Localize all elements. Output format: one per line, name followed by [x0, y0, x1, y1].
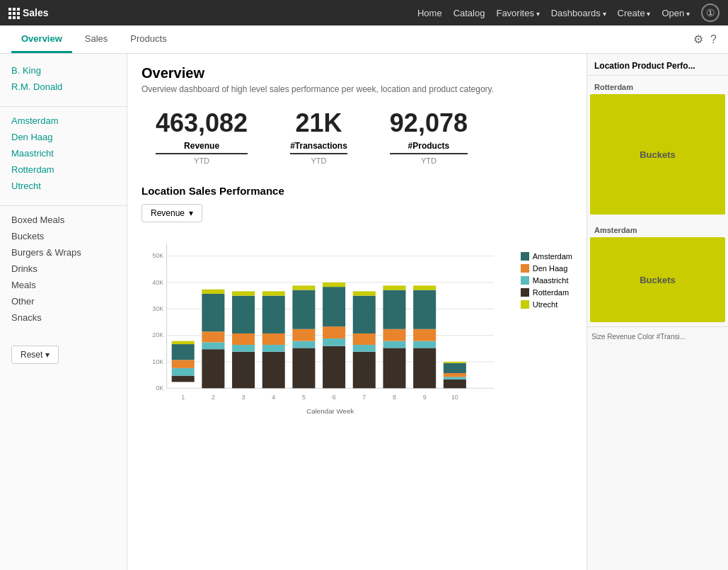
svg-rect-45 — [353, 334, 376, 345]
sidebar-item-maastricht[interactable]: Maastricht — [0, 145, 127, 161]
svg-rect-53 — [413, 348, 436, 388]
svg-rect-17 — [172, 341, 195, 344]
reset-button[interactable]: Reset ▾ — [11, 346, 59, 364]
svg-text:Calendar Week: Calendar Week — [306, 407, 354, 415]
svg-rect-18 — [202, 349, 224, 388]
svg-rect-24 — [232, 345, 255, 352]
svg-rect-15 — [172, 360, 195, 368]
user-avatar[interactable]: ① — [701, 4, 720, 22]
svg-rect-42 — [323, 283, 345, 287]
svg-text:8: 8 — [393, 394, 396, 401]
legend-utrecht: Utrecht — [521, 300, 572, 309]
treemap-amsterdam-section: Amsterdam Buckets — [587, 219, 728, 326]
right-panel-title: Location Product Perfo... — [587, 54, 728, 76]
svg-rect-16 — [172, 344, 195, 360]
svg-rect-35 — [292, 329, 315, 341]
nav-home[interactable]: Home — [417, 8, 442, 18]
settings-icon[interactable]: ⚙ — [693, 33, 703, 46]
tab-actions: ⚙ ? — [693, 33, 717, 46]
svg-rect-54 — [413, 341, 436, 348]
tab-bar: Overview Sales Products ⚙ ? — [0, 25, 728, 54]
svg-text:40K: 40K — [152, 279, 163, 286]
kpi-transactions-sub: YTD — [290, 153, 347, 165]
sidebar-item-drinks[interactable]: Drinks — [0, 261, 127, 277]
svg-rect-31 — [262, 296, 285, 334]
svg-rect-59 — [444, 377, 466, 380]
svg-rect-52 — [383, 285, 405, 290]
svg-rect-40 — [323, 326, 345, 338]
dropdown-label: Revenue — [151, 208, 185, 218]
tab-overview[interactable]: Overview — [11, 26, 72, 53]
sidebar-item-boxedmeals[interactable]: Boxed Meals — [0, 212, 127, 228]
legend-label-rotterdam: Rotterdam — [533, 288, 569, 297]
svg-rect-57 — [413, 285, 436, 290]
svg-rect-30 — [262, 334, 285, 345]
chart-metric-dropdown[interactable]: Revenue ▾ — [141, 204, 202, 222]
legend-swatch-rotterdam — [521, 288, 529, 297]
svg-rect-13 — [172, 376, 195, 382]
chart-container: 0K 10K 20K 30K 40K 50K — [141, 231, 572, 422]
kpi-products-value: 92,078 — [390, 108, 468, 138]
svg-rect-33 — [292, 348, 315, 388]
sidebar-item-meals[interactable]: Meals — [0, 277, 127, 293]
legend-swatch-maastricht — [521, 276, 529, 285]
kpi-revenue-sub: YTD — [156, 153, 248, 165]
svg-rect-61 — [444, 363, 466, 373]
svg-rect-14 — [172, 368, 195, 376]
tab-products[interactable]: Products — [120, 26, 176, 53]
svg-text:1: 1 — [181, 394, 185, 401]
page-subtitle: Overview dashboard of high level sales p… — [141, 84, 572, 94]
svg-rect-37 — [292, 285, 315, 290]
nav-open[interactable]: Open — [661, 8, 690, 18]
svg-text:7: 7 — [362, 394, 366, 401]
svg-rect-60 — [444, 373, 466, 377]
sidebar-item-burgers[interactable]: Burgers & Wraps — [0, 244, 127, 261]
page-title: Overview — [141, 65, 572, 81]
nav-favorites[interactable]: Favorites — [496, 8, 539, 18]
kpi-products-label: #Products — [390, 141, 468, 151]
sidebar-divider-2 — [0, 205, 127, 206]
tab-sales[interactable]: Sales — [75, 26, 118, 53]
svg-rect-56 — [413, 290, 436, 329]
svg-rect-22 — [202, 290, 224, 294]
svg-text:4: 4 — [272, 394, 275, 401]
svg-text:50K: 50K — [152, 252, 163, 259]
svg-rect-44 — [353, 345, 376, 352]
svg-text:9: 9 — [423, 394, 427, 401]
sidebar-item-utrecht[interactable]: Utrecht — [0, 178, 127, 194]
app-title: Sales — [8, 7, 49, 18]
grid-icon — [8, 8, 18, 18]
nav-create[interactable]: Create — [618, 8, 651, 18]
sidebar-item-rotterdam[interactable]: Rotterdam — [0, 161, 127, 178]
kpi-transactions: 21K #Transactions YTD — [290, 108, 347, 165]
chevron-down-icon: ▾ — [189, 208, 193, 218]
treemap-rotterdam-cell-label: Buckets — [640, 149, 676, 160]
treemap-amsterdam-buckets[interactable]: Buckets — [590, 237, 725, 322]
bar-chart-area: 0K 10K 20K 30K 40K 50K — [141, 231, 507, 422]
help-icon[interactable]: ? — [710, 33, 717, 46]
sidebar-item-denhaag[interactable]: Den Haag — [0, 129, 127, 145]
svg-rect-62 — [444, 362, 466, 363]
sidebar-item-bking[interactable]: B. King — [0, 62, 127, 79]
svg-rect-26 — [232, 296, 255, 334]
app-name: Sales — [23, 7, 49, 18]
svg-text:2: 2 — [212, 394, 215, 401]
top-navigation: Sales Home Catalog Favorites Dashboards … — [0, 0, 728, 25]
sidebar-item-other[interactable]: Other — [0, 293, 127, 309]
nav-catalog[interactable]: Catalog — [453, 8, 485, 18]
svg-text:6: 6 — [333, 394, 336, 401]
legend-rotterdam: Rotterdam — [521, 288, 572, 297]
sidebar-item-buckets[interactable]: Buckets — [0, 228, 127, 244]
svg-rect-46 — [353, 296, 376, 334]
sidebar-item-rmdonald[interactable]: R.M. Donald — [0, 79, 127, 95]
sidebar-item-snacks[interactable]: Snacks — [0, 309, 127, 326]
nav-dashboards[interactable]: Dashboards — [551, 8, 606, 18]
treemap-rotterdam-buckets[interactable]: Buckets — [590, 94, 725, 215]
legend-swatch-utrecht — [521, 300, 529, 309]
kpi-revenue-value: 463,082 — [156, 108, 248, 138]
svg-rect-23 — [232, 352, 255, 389]
sidebar-item-amsterdam[interactable]: Amsterdam — [0, 113, 127, 129]
svg-text:10K: 10K — [152, 358, 163, 365]
kpi-row: 463,082 Revenue YTD 21K #Transactions YT… — [141, 108, 572, 165]
nav-links: Home Catalog Favorites Dashboards Create… — [417, 4, 720, 22]
